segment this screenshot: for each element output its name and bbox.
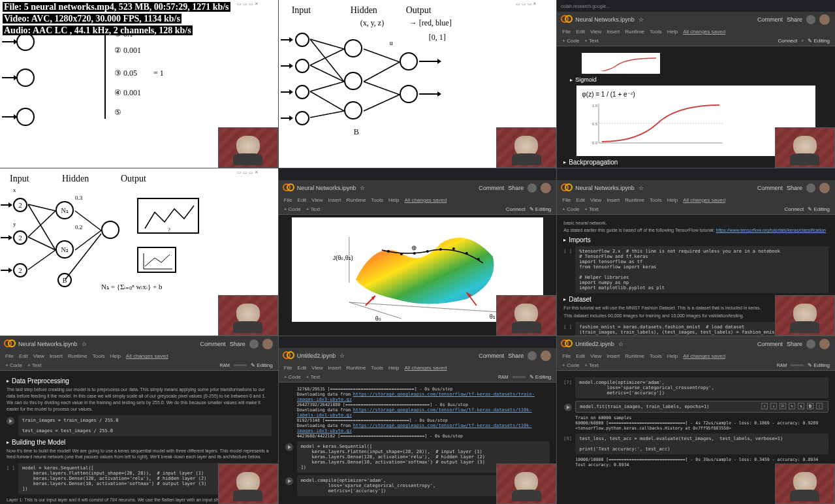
menu-runtime[interactable]: Runtime: [68, 353, 87, 359]
menu-insert[interactable]: Insert: [607, 197, 620, 203]
star-icon[interactable]: ☆: [360, 185, 365, 191]
code-cell[interactable]: [9] test_loss, test_acc = model.evaluate…: [575, 433, 828, 454]
star-icon[interactable]: ☆: [339, 353, 345, 359]
menu-help[interactable]: Help: [667, 29, 678, 35]
comment-button[interactable]: Comment: [479, 353, 504, 359]
avatar[interactable]: [819, 339, 830, 349]
more-icon[interactable]: ⋮: [816, 403, 823, 409]
code-cell[interactable]: [7] model.compile(optimizer='adam', loss…: [575, 377, 828, 398]
avatar[interactable]: [819, 14, 830, 25]
menu-help[interactable]: Help: [667, 353, 678, 359]
gear-icon[interactable]: [528, 351, 537, 360]
menu-insert[interactable]: Insert: [607, 29, 620, 35]
code-cell-active[interactable]: ↑ ↓ ⎘ ✎ ⇅ 🗑 ⋮ model.fit(train_images, tr…: [575, 401, 828, 413]
share-button[interactable]: Share: [508, 185, 524, 191]
menu-insert[interactable]: Insert: [328, 197, 341, 203]
comment-button[interactable]: Comment: [757, 341, 783, 347]
menu-file[interactable]: File: [562, 353, 571, 359]
move-up-icon[interactable]: ↑: [761, 403, 768, 409]
move-down-icon[interactable]: ↓: [770, 403, 777, 409]
menu-runtime[interactable]: Runtime: [625, 353, 644, 359]
editing-button[interactable]: ✎ Editing: [529, 206, 552, 212]
edit-icon[interactable]: ✎: [789, 403, 795, 409]
notebook-title[interactable]: Untitled2.ipynb: [297, 353, 336, 359]
menu-tools[interactable]: Tools: [371, 197, 383, 203]
menu-file[interactable]: File: [284, 197, 292, 203]
share-button[interactable]: Share: [787, 16, 802, 23]
menu-tools[interactable]: Tools: [93, 353, 105, 359]
menu-insert[interactable]: Insert: [607, 353, 620, 359]
editing-button[interactable]: ✎ Editing: [808, 362, 830, 368]
menu-insert[interactable]: Insert: [50, 353, 63, 359]
add-text-button[interactable]: + Text: [306, 206, 320, 212]
tutorial-link[interactable]: https://www.tensorflow.org/tutorials/ker…: [716, 228, 826, 232]
menu-runtime[interactable]: Runtime: [347, 365, 366, 371]
star-icon[interactable]: ☆: [638, 185, 644, 191]
run-cell-button[interactable]: [285, 477, 293, 485]
gear-icon[interactable]: [806, 183, 815, 193]
mirror-icon[interactable]: ⇅: [798, 403, 804, 409]
editing-button[interactable]: ✎ Editing: [251, 362, 273, 368]
menu-edit[interactable]: Edit: [576, 353, 585, 359]
menu-tools[interactable]: Tools: [371, 365, 383, 371]
link-icon[interactable]: ⎘: [780, 403, 786, 409]
gear-icon[interactable]: [528, 183, 537, 193]
menu-help[interactable]: Help: [388, 365, 399, 371]
menu-view[interactable]: View: [33, 353, 44, 359]
menu-help[interactable]: Help: [388, 197, 399, 203]
notebook-title[interactable]: Neural Networks.ipynb: [575, 185, 635, 191]
add-text-button[interactable]: + Text: [584, 362, 598, 368]
menu-file[interactable]: File: [562, 29, 571, 35]
menu-edit[interactable]: Edit: [576, 29, 585, 35]
menu-file[interactable]: File: [284, 365, 292, 371]
menu-edit[interactable]: Edit: [19, 353, 28, 359]
gear-icon[interactable]: [806, 15, 815, 24]
code-cell[interactable]: [ ] %tensorflow 2.x # this line is not r…: [575, 246, 828, 293]
menu-view[interactable]: View: [590, 197, 601, 203]
comment-button[interactable]: Comment: [757, 185, 783, 191]
menu-tools[interactable]: Tools: [650, 29, 662, 35]
add-text-button[interactable]: + Text: [27, 362, 41, 368]
share-button[interactable]: Share: [508, 353, 524, 359]
menu-view[interactable]: View: [590, 29, 601, 35]
add-code-button[interactable]: + Code: [562, 362, 579, 368]
add-code-button[interactable]: + Code: [562, 38, 579, 44]
gear-icon[interactable]: [249, 339, 259, 349]
star-icon[interactable]: ☆: [638, 16, 644, 23]
menu-runtime[interactable]: Runtime: [625, 197, 644, 203]
menu-help[interactable]: Help: [667, 197, 678, 203]
notebook-title[interactable]: Untitled2.ipynb: [575, 341, 614, 347]
gear-icon[interactable]: [806, 339, 815, 349]
share-button[interactable]: Share: [787, 185, 802, 191]
menu-edit[interactable]: Edit: [298, 365, 307, 371]
menu-edit[interactable]: Edit: [298, 197, 307, 203]
avatar[interactable]: [541, 351, 551, 361]
run-cell-button[interactable]: [564, 403, 572, 411]
add-text-button[interactable]: + Text: [584, 206, 598, 212]
share-button[interactable]: Share: [787, 341, 802, 347]
menu-tools[interactable]: Tools: [650, 353, 662, 359]
comment-button[interactable]: Comment: [200, 341, 226, 347]
menu-insert[interactable]: Insert: [328, 365, 341, 371]
star-icon[interactable]: ☆: [618, 341, 623, 347]
editing-button[interactable]: ✎ Editing: [529, 374, 552, 380]
editing-button[interactable]: ✎ Editing: [808, 38, 830, 44]
notebook-title[interactable]: Neural Networks.ipynb: [575, 16, 635, 23]
share-button[interactable]: Share: [230, 341, 245, 347]
add-text-button[interactable]: + Text: [584, 38, 598, 44]
avatar[interactable]: [541, 183, 551, 193]
connect-button[interactable]: Connect: [506, 206, 526, 212]
run-cell-button[interactable]: [7, 417, 14, 425]
run-cell-button[interactable]: [285, 443, 293, 451]
menu-runtime[interactable]: Runtime: [347, 197, 366, 203]
avatar[interactable]: [819, 183, 830, 193]
comment-button[interactable]: Comment: [757, 16, 783, 23]
notebook-title[interactable]: Neural Networks.ipynb: [18, 341, 78, 347]
add-code-button[interactable]: + Code: [284, 206, 301, 212]
star-icon[interactable]: ☆: [82, 341, 87, 347]
menu-view[interactable]: View: [590, 353, 601, 359]
code-cell-active[interactable]: train_images = train_images / 255.0 test…: [18, 415, 272, 436]
comment-button[interactable]: Comment: [479, 185, 504, 191]
delete-icon[interactable]: 🗑: [807, 403, 813, 409]
add-code-button[interactable]: + Code: [562, 206, 579, 212]
